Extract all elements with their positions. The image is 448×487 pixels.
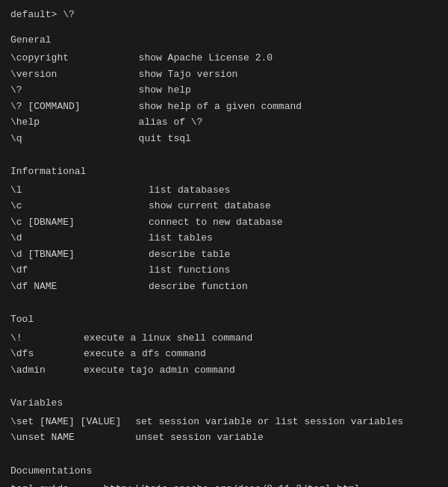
cmd-name: \c [DBNAME] (10, 214, 149, 231)
cmd-row: \set [NAME] [VALUE]set session variable … (10, 414, 438, 430)
cmd-row: \!execute a linux shell command (10, 330, 438, 347)
cmd-desc: execute tajo admin command (84, 362, 438, 379)
cmd-table-1: \llist databases \cshow current database… (10, 182, 438, 295)
cmd-row: \unset NAME unset session variable (10, 429, 438, 446)
cmd-desc: connect to new database (149, 214, 438, 231)
cmd-name: \d [TBNAME] (10, 246, 149, 263)
cmd-desc: execute a dfs command (84, 346, 438, 362)
cmd-name: \c (10, 198, 149, 214)
cmd-desc: show help (139, 82, 438, 99)
section-title-0: General (10, 33, 438, 48)
cmd-desc: show help of a given command (139, 99, 438, 115)
cmd-row: \d [TBNAME]describe table (10, 246, 438, 263)
cmd-desc: list tables (149, 230, 438, 246)
cmd-desc: execute a linux shell command (84, 330, 438, 347)
cmd-desc: list functions (149, 262, 438, 279)
cmd-desc: list databases (149, 182, 438, 199)
section-title-1: Informational (10, 164, 438, 179)
terminal-output: default> \? General \copyrightshow Apach… (10, 7, 438, 487)
cmd-name: \q (10, 131, 139, 147)
cmd-row: \helpalias of \? (10, 114, 438, 131)
cmd-table-2: \!execute a linux shell command \dfsexec… (10, 330, 438, 379)
cmd-name: \! (10, 330, 84, 347)
prompt-line: default> \? (10, 7, 438, 22)
cmd-desc: quit tsql (139, 131, 438, 147)
cmd-row: \copyrightshow Apache License 2.0 (10, 50, 438, 66)
cmd-row: \?show help (10, 82, 438, 99)
section-title-4: Documentations (10, 464, 438, 479)
cmd-name: \df (10, 262, 149, 279)
cmd-desc: show Apache License 2.0 (139, 50, 438, 66)
cmd-table-4: tsql guidehttp://tajo.apache.org/docs/0.… (10, 481, 441, 487)
section-title-3: Variables (10, 396, 438, 411)
cmd-desc: set session variable or list session var… (135, 414, 438, 430)
cmd-name: \version (10, 66, 139, 83)
cmd-name: \df NAME (10, 279, 149, 295)
cmd-row: \dlist tables (10, 230, 438, 246)
cmd-row: \qquit tsql (10, 131, 438, 147)
cmd-name: \set [NAME] [VALUE] (10, 414, 135, 430)
cmd-row: \dfsexecute a dfs command (10, 346, 438, 362)
cmd-name: \? (10, 82, 139, 99)
cmd-desc: http://tajo.apache.org/docs/0.11.3/tsql.… (104, 481, 441, 487)
section-title-2: Tool (10, 312, 438, 327)
cmd-row: \versionshow Tajo version (10, 66, 438, 83)
cmd-name: \copyright (10, 50, 139, 66)
cmd-name: \unset NAME (10, 429, 135, 446)
cmd-desc: describe table (149, 246, 438, 263)
cmd-name: \admin (10, 362, 84, 379)
cmd-table-3: \set [NAME] [VALUE]set session variable … (10, 414, 438, 446)
cmd-name: \help (10, 114, 139, 131)
cmd-name: \? [COMMAND] (10, 99, 139, 115)
cmd-row: \dflist functions (10, 262, 438, 279)
cmd-name: \d (10, 230, 149, 246)
cmd-row: \df NAMEdescribe function (10, 279, 438, 295)
cmd-row: tsql guidehttp://tajo.apache.org/docs/0.… (10, 481, 441, 487)
cmd-desc: show current database (149, 198, 438, 214)
cmd-row: \? [COMMAND]show help of a given command (10, 99, 438, 115)
cmd-row: \cshow current database (10, 198, 438, 214)
cmd-desc: unset session variable (135, 429, 438, 446)
cmd-row: \llist databases (10, 182, 438, 199)
cmd-name: \l (10, 182, 149, 199)
cmd-desc: alias of \? (139, 114, 438, 131)
cmd-desc: describe function (149, 279, 438, 295)
cmd-row: \adminexecute tajo admin command (10, 362, 438, 379)
cmd-name: tsql guide (10, 481, 104, 487)
cmd-row: \c [DBNAME]connect to new database (10, 214, 438, 231)
cmd-table-0: \copyrightshow Apache License 2.0 \versi… (10, 50, 438, 146)
cmd-desc: show Tajo version (139, 66, 438, 83)
cmd-name: \dfs (10, 346, 84, 362)
